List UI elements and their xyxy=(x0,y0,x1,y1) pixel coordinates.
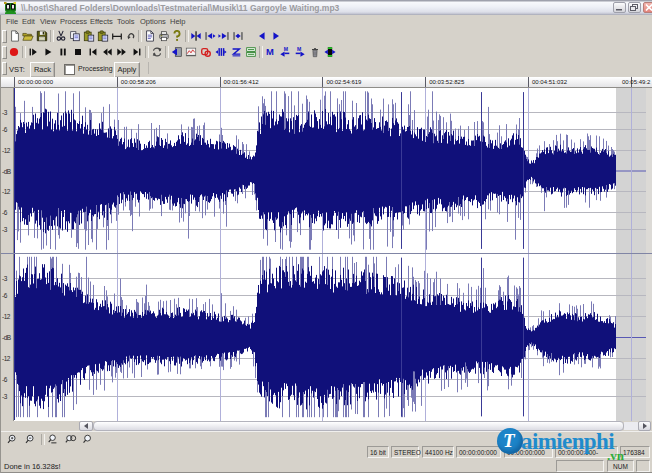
play-from-cursor-button[interactable] xyxy=(26,45,41,59)
new-button[interactable] xyxy=(7,29,22,43)
minimize-button[interactable] xyxy=(613,2,626,13)
delete-markers-button[interactable] xyxy=(307,45,322,59)
menu-process[interactable]: Process xyxy=(60,17,87,26)
next-view-button[interactable] xyxy=(268,29,283,43)
trim-icon xyxy=(111,30,123,42)
new-icon xyxy=(9,30,21,42)
play-icon xyxy=(42,46,54,58)
batch-button[interactable] xyxy=(243,45,258,59)
loop-button[interactable] xyxy=(149,45,164,59)
menu-effects[interactable]: Effects xyxy=(90,17,113,26)
save-button[interactable] xyxy=(35,29,50,43)
ruler-label: 00:01:56:412 xyxy=(224,79,259,85)
wave-bg-rect xyxy=(0,88,13,421)
cut-button[interactable] xyxy=(54,29,69,43)
ruler-label: 00:03:52:825 xyxy=(429,79,464,85)
go-start-button[interactable] xyxy=(85,45,100,59)
zoom-out-button[interactable] xyxy=(23,433,39,445)
vst-processing-checkbox[interactable] xyxy=(64,64,75,75)
help-button[interactable] xyxy=(170,29,185,43)
forward-button[interactable] xyxy=(115,45,130,59)
menu-options[interactable]: Options xyxy=(140,17,166,26)
next-marker-icon: M xyxy=(294,46,306,58)
db-label: -3 xyxy=(2,109,7,116)
play-button[interactable] xyxy=(41,45,56,59)
insert-play-file-button[interactable] xyxy=(169,45,184,59)
zoom-vertical-button[interactable] xyxy=(80,433,96,445)
waveform-display[interactable]: -3-6-12-dB-12-6-3-3-6-12-dB-12-6-3 xyxy=(0,88,652,421)
stop-button[interactable] xyxy=(70,45,85,59)
menu-edit[interactable]: Edit xyxy=(22,17,35,26)
wavosaur-app-icon xyxy=(4,1,17,14)
next-view-icon xyxy=(270,30,282,42)
statistics-button[interactable] xyxy=(184,45,199,59)
vst-rack-button[interactable]: Rack xyxy=(30,62,55,78)
horizontal-scrollbar[interactable] xyxy=(0,421,652,431)
ruler-label: 00:02:54:619 xyxy=(326,79,361,85)
waveform-svg[interactable] xyxy=(0,88,652,421)
file-info-button[interactable] xyxy=(142,29,157,43)
marker-button[interactable]: M xyxy=(263,45,278,59)
pause-button[interactable] xyxy=(55,45,70,59)
prev-view-button[interactable] xyxy=(254,29,269,43)
go-end-icon xyxy=(131,46,143,58)
insert-play-file-icon xyxy=(171,46,183,58)
cursor-to-selection-end-button[interactable] xyxy=(217,29,232,43)
auto-trim-button[interactable] xyxy=(322,45,337,59)
zoom-in-button[interactable] xyxy=(5,433,21,445)
vst-bar: VST: Rack Processing Apply xyxy=(0,60,652,78)
paste-button[interactable] xyxy=(82,29,97,43)
separator xyxy=(148,62,149,74)
copy-button[interactable] xyxy=(68,29,83,43)
cursor-to-selection-start-icon xyxy=(204,30,216,42)
scroll-left-button[interactable] xyxy=(79,421,93,431)
maximize-button[interactable] xyxy=(628,2,641,13)
print-button[interactable] xyxy=(156,29,171,43)
trim-button[interactable] xyxy=(109,29,124,43)
record-button[interactable] xyxy=(6,45,21,59)
status-message: Done in 16.328s! xyxy=(4,462,61,471)
scroll-right-button[interactable] xyxy=(638,421,651,431)
zoom-all-button[interactable] xyxy=(63,433,79,445)
status-cell: STEREO xyxy=(391,446,419,458)
paste-special-icon xyxy=(97,30,109,42)
menu-view[interactable]: View xyxy=(40,17,56,26)
db-label: -dB xyxy=(2,334,11,341)
status-cell: 00:00:00:000 xyxy=(504,446,553,458)
menu-help[interactable]: Help xyxy=(170,17,185,26)
resample-button[interactable] xyxy=(228,45,243,59)
db-label: -12 xyxy=(2,313,10,320)
go-end-button[interactable] xyxy=(129,45,144,59)
rewind-button[interactable] xyxy=(100,45,115,59)
interpolate-button[interactable] xyxy=(213,45,228,59)
vst-apply-button[interactable]: Apply xyxy=(114,62,140,78)
db-label: -6 xyxy=(2,375,7,382)
db-label: -6 xyxy=(2,292,7,299)
toolbar-grip[interactable] xyxy=(2,62,7,75)
go-start-icon xyxy=(87,46,99,58)
scrollbar-track[interactable] xyxy=(624,422,638,430)
ruler-label: 00:05:49:2 xyxy=(622,79,650,85)
menu-file[interactable]: File xyxy=(6,17,18,26)
menu-tools[interactable]: Tools xyxy=(117,17,135,26)
cursor-to-selection-start-button[interactable] xyxy=(203,29,218,43)
time-ruler[interactable]: 00:00:00:00000:00:58:20600:01:56:41200:0… xyxy=(0,77,652,88)
status-bar-main: Done in 16.328s! NUM xyxy=(0,458,652,473)
zoom-selection-icon xyxy=(47,433,59,445)
file-info-icon xyxy=(144,30,156,42)
cursor-to-selection-end-icon xyxy=(218,30,230,42)
open-button[interactable] xyxy=(21,29,36,43)
prev-marker-button[interactable]: M xyxy=(278,45,293,59)
batch-icon xyxy=(245,46,257,58)
selection-to-center-button[interactable] xyxy=(189,29,204,43)
undo-button[interactable] xyxy=(123,29,138,43)
close-button[interactable] xyxy=(643,2,652,13)
zoom-selection-button[interactable] xyxy=(45,433,61,445)
paste-special-button[interactable] xyxy=(95,29,110,43)
title-bar[interactable]: \\.host\Shared Folders\Downloads\Testmat… xyxy=(0,0,652,15)
scrollbar-thumb[interactable] xyxy=(93,421,624,431)
loop-points-button[interactable] xyxy=(199,45,214,59)
next-marker-button[interactable]: M xyxy=(292,45,307,59)
record-icon xyxy=(8,46,20,58)
extend-selection-button[interactable] xyxy=(231,29,246,43)
